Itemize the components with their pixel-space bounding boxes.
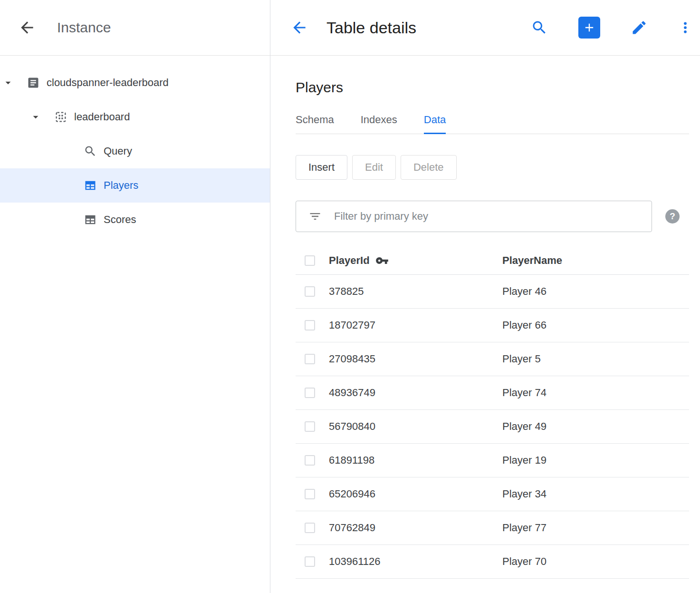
tree-item-database[interactable]: leaderboard	[0, 100, 270, 134]
row-checkbox-cell	[296, 320, 329, 331]
player-id-cell: 378825	[329, 285, 502, 298]
select-all-checkbox[interactable]	[305, 255, 315, 266]
content-area: Players Schema Indexes Data Insert Edit …	[270, 56, 700, 579]
tab-data[interactable]: Data	[424, 114, 446, 134]
plus-icon	[583, 21, 596, 34]
row-checkbox[interactable]	[305, 354, 315, 364]
table-row[interactable]: 18702797 Player 66	[296, 309, 689, 342]
filter-input[interactable]	[334, 210, 642, 223]
player-id-cell: 48936749	[329, 387, 502, 399]
column-header-playerid-label: PlayerId	[329, 254, 370, 267]
main-header: Table details	[270, 0, 700, 56]
row-checkbox[interactable]	[305, 489, 315, 499]
row-checkbox-cell	[296, 354, 329, 364]
tab-indexes[interactable]: Indexes	[361, 114, 397, 134]
tree-item-instance[interactable]: cloudspanner-leaderboard	[0, 66, 270, 100]
sidebar-item-players[interactable]: Players	[0, 168, 270, 203]
table-row[interactable]: 378825 Player 46	[296, 275, 689, 309]
player-name-cell: Player 70	[502, 555, 689, 568]
page-title: Players	[296, 79, 689, 96]
row-checkbox[interactable]	[305, 523, 315, 533]
table-header-row: PlayerId PlayerName	[296, 246, 689, 275]
instance-label: cloudspanner-leaderboard	[47, 77, 169, 89]
player-name-cell: Player 19	[502, 454, 689, 467]
page-header-title: Table details	[326, 19, 416, 37]
sidebar-item-query[interactable]: Query	[0, 134, 270, 168]
help-icon[interactable]: ?	[665, 209, 680, 224]
sidebar-title: Instance	[57, 19, 111, 36]
more-options-icon[interactable]	[678, 19, 692, 36]
tab-schema[interactable]: Schema	[296, 114, 334, 134]
table-icon	[84, 213, 97, 226]
player-name-cell: Player 66	[502, 319, 689, 331]
instance-icon	[27, 76, 40, 89]
insert-button[interactable]: Insert	[296, 155, 347, 180]
player-name-cell: Player 77	[502, 522, 689, 534]
row-checkbox-cell	[296, 455, 329, 466]
player-id-cell: 65206946	[329, 488, 502, 500]
row-checkbox[interactable]	[305, 421, 315, 432]
row-checkbox[interactable]	[305, 455, 315, 466]
row-checkbox[interactable]	[305, 556, 315, 567]
player-id-cell: 70762849	[329, 522, 502, 534]
row-checkbox[interactable]	[305, 320, 315, 331]
row-checkbox-cell	[296, 523, 329, 533]
tab-bar: Schema Indexes Data	[296, 114, 689, 134]
row-checkbox-cell	[296, 421, 329, 432]
sidebar-item-players-label: Players	[104, 179, 138, 192]
table-icon	[84, 179, 97, 192]
player-name-cell: Player 46	[502, 285, 689, 298]
header-checkbox-cell	[296, 255, 329, 266]
row-checkbox-cell	[296, 286, 329, 297]
sidebar: Instance cloudspanner-leaderboard	[0, 0, 270, 593]
sidebar-item-query-label: Query	[104, 145, 132, 157]
expand-arrow-icon[interactable]	[29, 111, 42, 123]
search-icon[interactable]	[531, 19, 548, 36]
sidebar-header: Instance	[0, 0, 270, 56]
navigation-tree: cloudspanner-leaderboard leaderboard	[0, 56, 270, 237]
header-actions	[531, 17, 692, 39]
edit-button[interactable]: Edit	[352, 155, 396, 180]
expand-arrow-icon[interactable]	[2, 77, 14, 89]
filter-icon	[308, 210, 322, 223]
row-checkbox[interactable]	[305, 286, 315, 297]
sidebar-item-scores-label: Scores	[104, 214, 136, 226]
player-id-cell: 56790840	[329, 420, 502, 433]
delete-button[interactable]: Delete	[401, 155, 457, 180]
player-name-cell: Player 49	[502, 420, 689, 433]
table-row[interactable]: 103961126 Player 70	[296, 545, 689, 579]
database-label: leaderboard	[74, 111, 130, 123]
table-row[interactable]: 70762849 Player 77	[296, 511, 689, 545]
table-row[interactable]: 65206946 Player 34	[296, 477, 689, 511]
add-button[interactable]	[578, 17, 600, 39]
row-actions-toolbar: Insert Edit Delete	[296, 155, 689, 180]
edit-pencil-icon[interactable]	[631, 19, 648, 36]
player-id-cell: 103961126	[329, 555, 502, 568]
table-row[interactable]: 48936749 Player 74	[296, 376, 689, 410]
table-row[interactable]: 61891198 Player 19	[296, 444, 689, 477]
filter-row: ?	[296, 201, 689, 232]
player-id-cell: 18702797	[329, 319, 502, 331]
player-id-cell: 27098435	[329, 353, 502, 365]
filter-box	[296, 201, 652, 232]
main-panel: Table details Players	[270, 0, 700, 593]
row-checkbox-cell	[296, 388, 329, 398]
player-name-cell: Player 74	[502, 387, 689, 399]
table-row[interactable]: 56790840 Player 49	[296, 410, 689, 444]
player-id-cell: 61891198	[329, 454, 502, 467]
column-header-playerid: PlayerId	[329, 254, 502, 267]
row-checkbox[interactable]	[305, 388, 315, 398]
sidebar-item-scores[interactable]: Scores	[0, 203, 270, 237]
player-name-cell: Player 34	[502, 488, 689, 500]
column-header-playername: PlayerName	[502, 254, 689, 267]
table-body: 378825 Player 46 18702797 Player 66	[296, 275, 689, 579]
back-arrow-icon[interactable]	[290, 19, 308, 37]
player-name-cell: Player 5	[502, 353, 689, 365]
row-checkbox-cell	[296, 489, 329, 499]
database-icon	[54, 110, 67, 124]
back-arrow-icon[interactable]	[18, 19, 36, 37]
app: Instance cloudspanner-leaderboard	[0, 0, 700, 593]
primary-key-icon	[375, 254, 389, 267]
search-icon	[84, 145, 97, 158]
table-row[interactable]: 27098435 Player 5	[296, 342, 689, 376]
